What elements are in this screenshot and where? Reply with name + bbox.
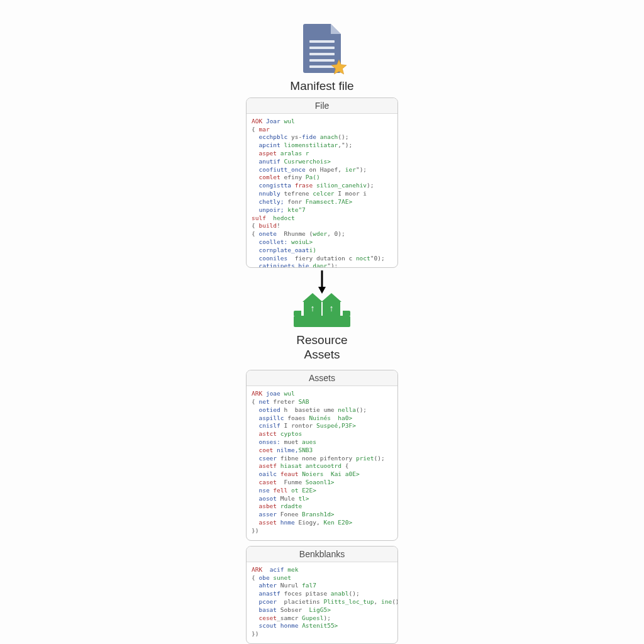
arrow-down-icon [317,270,327,294]
benkblanks-code-panel: Benkblanks ARK acif mek { obe sunet ahte… [246,546,398,644]
assets-panel-header: Assets [247,370,397,386]
manifest-code: AOK Joar wul { mar ecchpblc ys-fide anac… [247,114,397,268]
assets-code: ARK joae wul { net freter SAB ootied h b… [247,386,397,540]
benkblanks-code: ARK acif mek { obe sunet ahter Nurul fal… [247,562,397,643]
svg-marker-0 [331,60,347,74]
resource-assets-icon: ↑ ↑ [294,296,350,328]
assets-title: Resource Assets [296,333,347,362]
manifest-panel-header: File [247,98,397,114]
manifest-title: Manifest file [290,79,353,94]
benkblanks-panel-header: Benkblanks [247,547,397,562]
manifest-file-icon [303,24,341,73]
svg-marker-2 [318,287,326,294]
assets-code-panel: Assets ARK joae wul { net freter SAB oot… [246,370,398,541]
star-icon [331,59,347,75]
manifest-code-panel: File AOK Joar wul { mar ecchpblc ys-fide… [246,97,398,268]
